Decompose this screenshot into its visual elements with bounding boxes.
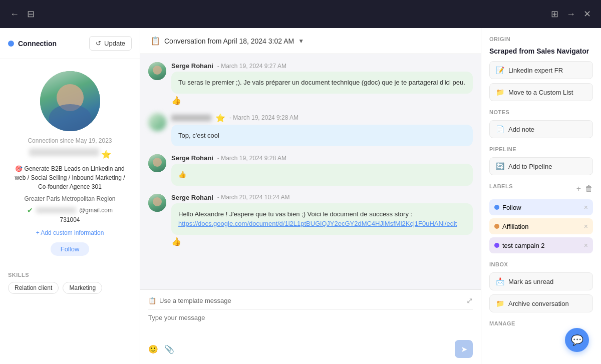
right-panel: ORIGIN Scraped from Sales Navigator 📝 Li… — [481, 28, 601, 364]
template-row: 📋 Use a template message ⤢ — [148, 296, 473, 310]
avatar — [40, 71, 100, 131]
msg-avatar-1 — [148, 62, 166, 80]
input-toolbar: 🙂 📎 ➤ — [148, 340, 473, 358]
conversation-dropdown-icon[interactable]: ▼ — [298, 38, 304, 45]
manage-divider: MANAGE — [489, 320, 593, 326]
labels-divider: LABELS + 🗑 — [489, 183, 593, 194]
move-custom-list-button[interactable]: 📁 Move to a Custom List — [489, 83, 593, 101]
add-custom-button[interactable]: + Add custom information — [36, 229, 104, 236]
name-row: ⭐ — [29, 148, 111, 160]
add-pipeline-button[interactable]: 🔄 Add to Pipeline — [489, 157, 593, 175]
skills-label: SKILLS — [8, 272, 132, 278]
update-icon: ↺ — [96, 40, 101, 47]
msg-content-4: Serge Rohani - March 20, 2024 10:24 AM H… — [171, 194, 473, 246]
top-bar-right: ⊞ → ✕ — [551, 9, 591, 20]
mark-unread-label: Mark as unread — [508, 278, 553, 285]
panel-toggle-right-icon[interactable]: ⊞ — [551, 9, 558, 20]
manage-section-title: MANAGE — [489, 320, 593, 326]
msg-emoji-1: 👍 — [171, 96, 473, 105]
label-affiliation-remove[interactable]: × — [584, 222, 588, 230]
mark-unread-button[interactable]: 📩 Mark as unread — [489, 272, 593, 290]
msg-link-4[interactable]: https://docs.google.com/document/d/1i2L1… — [178, 220, 457, 227]
app-container: ← ⊟ ⊞ → ✕ Connection ↺ Update — [0, 0, 601, 364]
verified-icon: ✔ — [27, 206, 33, 214]
email-blurred — [36, 207, 76, 213]
connection-badge: Connection — [8, 40, 57, 48]
linkedin-label: Linkedin expert FR — [508, 67, 563, 74]
center-panel: 📋 Conversation from April 18, 2024 3:02 … — [140, 28, 481, 364]
message-input[interactable] — [148, 314, 473, 334]
panel-toggle-left-icon[interactable]: ⊟ — [27, 9, 35, 20]
attach-icon[interactable]: 📎 — [164, 344, 174, 354]
message-input-area: 📋 Use a template message ⤢ 🙂 📎 ➤ — [140, 289, 481, 364]
msg-name-3: Serge Rohani — [171, 154, 213, 162]
label-test-left: test campain 2 — [494, 242, 545, 249]
add-label-icon[interactable]: + — [576, 184, 581, 193]
top-bar: ← ⊟ ⊞ → ✕ — [0, 0, 601, 28]
close-icon[interactable]: ✕ — [583, 9, 591, 20]
name-blurred — [29, 148, 99, 156]
label-follow-remove[interactable]: × — [584, 203, 588, 211]
message-3: Serge Rohani - March 19, 2024 9:28 AM 👍 — [148, 154, 473, 186]
label-test-text: test campain 2 — [502, 242, 545, 249]
add-note-label: Add note — [508, 126, 534, 133]
label-follow-text: Follow — [502, 204, 521, 211]
msg-bubble-2: Top, c'est cool — [171, 125, 473, 147]
archive-icon: 📁 — [496, 299, 504, 307]
msg-bubble-3: 👍 — [171, 164, 473, 186]
email-suffix: @gmail.com — [79, 207, 113, 214]
message-1: Serge Rohani - March 19, 2024 9:27 AM Tu… — [148, 62, 473, 105]
connection-label: Connection — [18, 40, 57, 48]
msg-avatar-4 — [148, 194, 166, 212]
expand-icon[interactable]: ⤢ — [466, 296, 473, 305]
pipeline-section-title: PIPELINE — [489, 146, 593, 152]
msg-bubble-4: Hello Alexandre ! J'espere que tu vas bi… — [171, 203, 473, 235]
update-button[interactable]: ↺ Update — [89, 36, 132, 51]
label-follow: Follow × — [489, 199, 593, 215]
input-icons: 🙂 📎 — [148, 344, 174, 354]
linkedin-button[interactable]: 📝 Linkedin expert FR — [489, 61, 593, 79]
follow-button[interactable]: Follow — [51, 242, 90, 256]
messages-area[interactable]: Serge Rohani - March 19, 2024 9:27 AM Tu… — [140, 54, 481, 289]
msg-content-3: Serge Rohani - March 19, 2024 9:28 AM 👍 — [171, 154, 473, 186]
msg-header-3: Serge Rohani - March 19, 2024 9:28 AM — [171, 154, 473, 162]
msg-name-4: Serge Rohani — [171, 194, 213, 201]
avatar-image — [40, 71, 100, 131]
msg-avatar-2 — [148, 113, 166, 131]
add-note-button[interactable]: 📄 Add note — [489, 120, 593, 138]
template-icon: 📋 — [148, 297, 156, 304]
origin-title: Scraped from Sales Navigator — [489, 47, 593, 55]
label-test-remove[interactable]: × — [584, 241, 588, 249]
delete-label-icon[interactable]: 🗑 — [585, 184, 593, 193]
label-affiliation-text: Affiliation — [502, 223, 529, 230]
template-label[interactable]: 📋 Use a template message — [148, 297, 231, 304]
archive-button[interactable]: 📁 Archive conversation — [489, 294, 593, 312]
msg-bubble-1: Tu seras le premier ;). Je vais préparer… — [171, 72, 473, 94]
msg-name-1: Serge Rohani — [171, 62, 213, 70]
send-button[interactable]: ➤ — [455, 340, 473, 358]
inbox-section-title: INBOX — [489, 261, 593, 267]
msg-header-4: Serge Rohani - March 20, 2024 10:24 AM — [171, 194, 473, 201]
skill-tag-relation: Relation client — [8, 282, 59, 294]
mark-unread-icon: 📩 — [496, 277, 504, 285]
forward-icon[interactable]: → — [566, 9, 575, 20]
connection-dot — [8, 41, 14, 47]
label-test-dot — [494, 243, 499, 248]
label-affiliation-dot — [494, 224, 499, 229]
star-icon: ⭐ — [101, 150, 111, 159]
template-text: Use a template message — [159, 297, 231, 304]
message-4: Serge Rohani - March 20, 2024 10:24 AM H… — [148, 194, 473, 246]
emoji-icon[interactable]: 🙂 — [148, 344, 158, 354]
skill-tag-marketing: Marketing — [63, 282, 102, 294]
conversation-header: 📋 Conversation from April 18, 2024 3:02 … — [140, 28, 481, 54]
origin-section-title: ORIGIN — [489, 36, 593, 42]
move-list-label: Move to a Custom List — [508, 89, 573, 96]
update-label: Update — [104, 40, 125, 47]
archive-label: Archive conversation — [508, 300, 569, 307]
connection-since: Connection since May 19, 2023 — [28, 137, 112, 144]
chat-fab[interactable]: 💬 — [565, 328, 589, 352]
pipeline-divider: PIPELINE — [489, 146, 593, 152]
back-icon[interactable]: ← — [10, 9, 19, 20]
msg-header-2: ⭐ - March 19, 2024 9:28 AM — [171, 113, 473, 123]
inbox-divider: INBOX — [489, 261, 593, 267]
